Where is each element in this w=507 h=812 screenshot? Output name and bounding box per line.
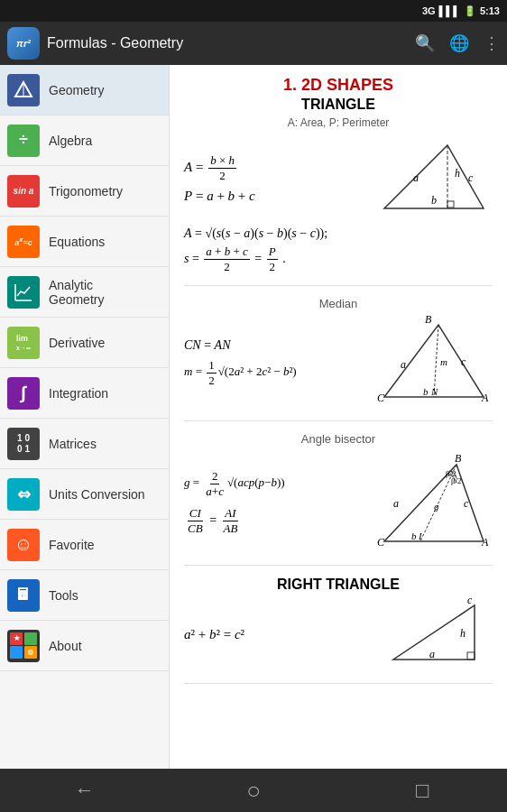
median-diagram: B C A a c m b N [375,316,493,410]
matrices-icon: 1 00 1 [7,428,40,460]
app-logo: πr² [7,27,40,60]
svg-text:h: h [455,167,460,180]
svg-text:A: A [481,392,489,404]
svg-text:a: a [393,497,399,510]
about-icon: ★ ⚙ [7,630,40,662]
analytic-geometry-label: AnalyticGeometry [49,278,104,307]
battery-icon: 🔋 [464,5,476,17]
home-button[interactable]: ○ [226,769,281,812]
svg-text:B: B [425,316,432,326]
time-display: 5:13 [480,5,500,16]
sidebar-item-about[interactable]: ★ ⚙ About [0,621,169,671]
svg-text:b: b [423,386,429,397]
triangle-subtitle: A: Area, P: Perimeter [184,116,493,129]
sidebar: Geometry ÷ Algebra sin a Trigonometry ax… [0,65,170,769]
angle-formulas-row: g = 2a+c√(acp(p−b)) CICB = AIAB [184,451,493,554]
menu-icon[interactable]: ⋮ [484,33,500,53]
right-triangle-formula-block: a² + b² = c² [184,627,377,642]
wifi-icon: ▌▌▌ [439,5,460,16]
app-title: Formulas - Geometry [47,35,408,51]
trigonometry-label: Trigonometry [49,184,123,198]
sidebar-item-algebra[interactable]: ÷ Algebra [0,115,169,166]
median-formula-block: CN = AN m = 12√(2a² + 2c² − b²) [184,338,368,388]
triangle-section: 1. 2D SHAPES TRIANGLE A: Area, P: Perime… [184,76,493,286]
right-triangle-row: a² + b² = c² c h a [184,596,493,672]
perimeter-formula: P = a + b + c [184,189,368,204]
derivative-label: Derivative [49,336,105,350]
favorite-icon: ☺ [7,529,40,561]
angle-bisector-section: Angle bisector g = 2a+c√(acp(p−b)) CICB … [184,432,493,566]
sidebar-item-favorite[interactable]: ☺ Favorite [0,520,169,570]
trigonometry-icon: sin a [7,175,40,208]
status-bar: 3G ▌▌▌ 🔋 5:13 [0,0,507,22]
search-icon[interactable]: 🔍 [415,33,435,53]
sidebar-item-equations[interactable]: ax=c Equations [0,217,169,267]
main-layout: Geometry ÷ Algebra sin a Trigonometry ax… [0,65,507,769]
units-conversion-label: Units Conversion [49,487,145,502]
integration-label: Integration [49,386,108,401]
angle-eq2: CICB = AIAB [184,506,368,536]
median-section: Median CN = AN m = 12√(2a² + 2c² − b²) [184,297,493,421]
svg-text:a: a [401,358,406,371]
angle-bisector-diagram: B C A a c g b I β/2 β/2 [375,451,493,554]
geometry-label: Geometry [49,83,104,97]
signal-indicator: 3G [422,5,436,16]
about-label: About [49,639,82,653]
triangle-title: TRIANGLE [184,97,493,113]
svg-text:N: N [430,386,438,397]
right-triangle-section: RIGHT TRIANGLE a² + b² = c² c h a [184,577,493,684]
heron-formula: A = √(s(s − a)(s − b)(s − c)); [184,226,493,241]
svg-text:g: g [434,501,439,512]
integration-icon: ∫ [7,377,40,410]
angle-formula-block: g = 2a+c√(acp(p−b)) CICB = AIAB [184,469,368,536]
svg-rect-34 [467,652,475,660]
tools-icon: 🖩 [7,579,40,612]
svg-text:c: c [467,596,473,606]
svg-text:B: B [455,452,462,465]
svg-text:c: c [468,171,474,184]
tools-label: Tools [49,588,78,603]
sidebar-item-integration[interactable]: ∫ Integration [0,368,169,419]
svg-text:I: I [418,531,423,541]
status-icons: 3G ▌▌▌ 🔋 5:13 [422,5,500,17]
svg-text:c: c [461,355,466,368]
section-title: 1. 2D SHAPES [184,76,493,95]
sidebar-item-analytic-geometry[interactable]: AnalyticGeometry [0,267,169,318]
area-formula-1: A = b × h2 [184,153,368,183]
equations-icon: ax=c [7,226,40,258]
units-conversion-icon: ⇔ [7,478,40,511]
analytic-geometry-icon [7,276,40,309]
svg-text:C: C [377,536,385,549]
pythagorean-formula: a² + b² = c² [184,627,377,642]
svg-text:C: C [377,392,385,404]
triangle-diagram: a h c b [375,136,493,221]
median-eq1: CN = AN [184,338,368,353]
app-header: πr² Formulas - Geometry 🔍 🌐 ⋮ [0,22,507,65]
svg-text:h: h [460,627,466,640]
sidebar-item-derivative[interactable]: limx→∞ Derivative [0,318,169,368]
angle-eq1: g = 2a+c√(acp(p−b)) [184,469,368,499]
geometry-icon [7,74,40,106]
triangle-formula-block: A = b × h2 P = a + b + c [184,153,368,204]
sidebar-item-matrices[interactable]: 1 00 1 Matrices [0,419,169,469]
algebra-icon: ÷ [7,125,40,157]
median-label: Median [184,297,493,310]
sidebar-item-units-conversion[interactable]: ⇔ Units Conversion [0,469,169,520]
median-eq2: m = 12√(2a² + 2c² − b²) [184,358,368,388]
right-triangle-diagram: c h a [384,596,493,672]
sidebar-item-trigonometry[interactable]: sin a Trigonometry [0,166,169,217]
algebra-label: Algebra [49,134,92,148]
median-formulas-row: CN = AN m = 12√(2a² + 2c² − b²) B C [184,316,493,410]
back-button[interactable]: ← [58,769,112,812]
svg-text:b: b [411,531,417,541]
triangle-formulas-row: A = b × h2 P = a + b + c [184,136,493,221]
sidebar-item-geometry[interactable]: Geometry [0,65,169,115]
angle-label: Angle bisector [184,432,493,446]
right-triangle-title: RIGHT TRIANGLE [184,577,493,593]
sidebar-item-tools[interactable]: 🖩 Tools [0,570,169,621]
recent-button[interactable]: □ [395,769,449,812]
matrices-label: Matrices [49,437,97,451]
globe-icon[interactable]: 🌐 [449,33,469,53]
equations-label: Equations [49,235,105,249]
svg-text:A: A [481,536,489,549]
